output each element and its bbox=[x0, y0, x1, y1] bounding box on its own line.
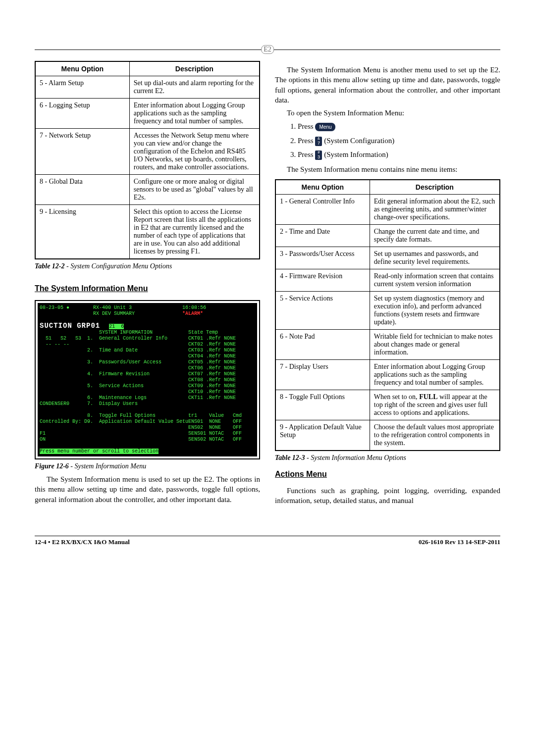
sysinfo-open-line: To open the System Information Menu: bbox=[275, 108, 500, 118]
table-row: 7 - Display UsersEnter information about… bbox=[275, 360, 500, 390]
step-3: Press # 3 (System Information) bbox=[298, 149, 500, 160]
table-row: 2 - Time and DateChange the current date… bbox=[275, 225, 500, 247]
table-row: 6 - Note PadWritable field for technicia… bbox=[275, 330, 500, 360]
key-3-icon: # 3 bbox=[315, 151, 322, 160]
sysinfo-intro: The System Information Menu is another m… bbox=[275, 65, 500, 105]
menu-key-icon: Menu bbox=[315, 123, 335, 131]
table-row: 5 - Service ActionsSet up system diagnos… bbox=[275, 292, 500, 330]
syscfg-col-option: Menu Option bbox=[35, 61, 129, 76]
syscfg-table-caption: Table 12-2 - System Configuration Menu O… bbox=[35, 262, 260, 270]
sysinfo-col-option: Menu Option bbox=[275, 180, 370, 195]
step-1: Press Menu bbox=[298, 121, 500, 132]
actions-heading: Actions Menu bbox=[275, 470, 500, 479]
table-row: 5 - Alarm Setup Set up dial-outs and ala… bbox=[35, 76, 260, 99]
actions-body: Functions such as graphing, point loggin… bbox=[275, 486, 500, 506]
key-7-icon: & 7 bbox=[315, 137, 322, 146]
sysinfo-table-caption: Table 12-3 - System Information Menu Opt… bbox=[275, 454, 500, 462]
syscfg-table: Menu Option Description 5 - Alarm Setup … bbox=[35, 61, 260, 259]
sysinfo-body-left: The System Information menu is used to s… bbox=[35, 474, 260, 504]
table-row: 3 - Passwords/User AccessSet up username… bbox=[275, 247, 500, 269]
sysinfo-figure-caption: Figure 12-6 - System Information Menu bbox=[35, 462, 260, 470]
table-row: 4 - Firmware RevisionRead-only informati… bbox=[275, 269, 500, 292]
footer-left: 12-4 • E2 RX/BX/CX I&O Manual bbox=[35, 538, 130, 546]
table-row: 9 - Application Default Value SetupChoos… bbox=[275, 420, 500, 451]
sysinfo-figure: 08-23-05 ● RX-400 Unit 3 16:08:56 RX DEV… bbox=[35, 300, 260, 459]
table-row: 1 - General Controller InfoEdit general … bbox=[275, 195, 500, 225]
page-footer: 12-4 • E2 RX/BX/CX I&O Manual 026-1610 R… bbox=[35, 536, 500, 546]
table-row: 6 - Logging Setup Enter information abou… bbox=[35, 99, 260, 129]
table-row: 9 - Licensing Select this option to acce… bbox=[35, 205, 260, 259]
sysinfo-heading: The System Information Menu bbox=[35, 284, 260, 293]
sysinfo-steps: Press Menu Press & 7 (System Configurati… bbox=[298, 121, 500, 160]
sysinfo-table: Menu Option Description 1 - General Cont… bbox=[275, 179, 500, 451]
header-logo: E2 bbox=[261, 45, 274, 54]
sysinfo-items-line: The System Information menu contains nin… bbox=[275, 164, 500, 174]
sysinfo-col-desc: Description bbox=[370, 180, 500, 195]
footer-right: 026-1610 Rev 13 14-SEP-2011 bbox=[419, 538, 500, 546]
syscfg-col-desc: Description bbox=[129, 61, 260, 76]
table-row: 7 - Network Setup Accesses the Network S… bbox=[35, 129, 260, 175]
table-row: 8 - Toggle Full OptionsWhen set to on, F… bbox=[275, 390, 500, 420]
table-row: 8 - Global Data Configure one or more an… bbox=[35, 175, 260, 205]
step-2: Press & 7 (System Configuration) bbox=[298, 135, 500, 147]
